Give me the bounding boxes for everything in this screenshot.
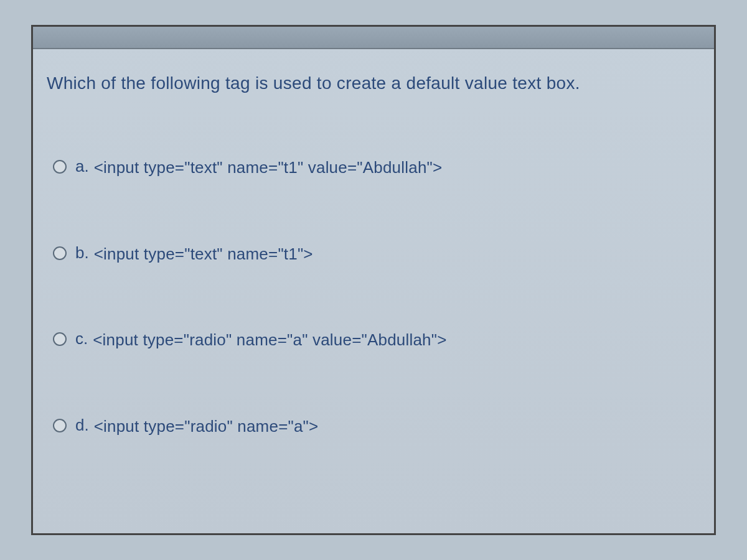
option-letter-c: c. [75, 330, 88, 348]
question-text: Which of the following tag is used to cr… [47, 72, 700, 95]
option-letter-b: b. [75, 244, 89, 262]
option-row-a: a. <input type="text" name="t1" value="A… [47, 157, 700, 179]
quiz-content: Which of the following tag is used to cr… [33, 49, 714, 450]
option-letter-a: a. [75, 157, 89, 175]
radio-b[interactable] [53, 246, 67, 260]
option-code-b: <input type="text" name="t1"> [94, 244, 313, 265]
option-row-b: b. <input type="text" name="t1"> [47, 244, 700, 265]
radio-d[interactable] [53, 419, 67, 432]
option-code-d: <input type="radio" name="a"> [94, 416, 319, 437]
quiz-panel: Which of the following tag is used to cr… [31, 25, 716, 535]
panel-header-bar [33, 27, 714, 49]
option-letter-d: d. [75, 416, 89, 434]
option-row-d: d. <input type="radio" name="a"> [47, 416, 700, 437]
radio-c[interactable] [53, 332, 67, 346]
option-code-a: <input type="text" name="t1" value="Abdu… [94, 157, 443, 179]
radio-a[interactable] [53, 160, 67, 174]
option-code-c: <input type="radio" name="a" value="Abdu… [93, 330, 446, 351]
option-row-c: c. <input type="radio" name="a" value="A… [47, 330, 700, 351]
